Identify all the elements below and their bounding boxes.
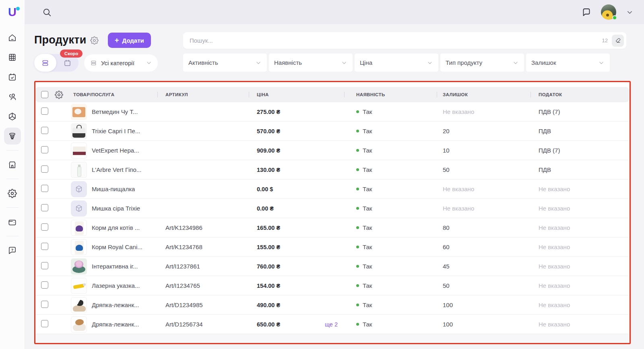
table-row[interactable]: Ветмедин Чу Т... 275.00 ₴ Так Не вказано… xyxy=(35,102,629,122)
product-price: 650.00 ₴ xyxy=(257,321,280,328)
more-prices-link[interactable]: ще 2 xyxy=(325,321,338,328)
sidebar-item-settings[interactable] xyxy=(4,185,21,202)
filter-availability[interactable]: Наявність xyxy=(269,54,353,72)
table-row[interactable]: Лазерна указка... Art/I1234765 154.00 ₴ … xyxy=(35,276,629,295)
user-menu-chevron[interactable] xyxy=(626,8,634,16)
page-title: Продукти xyxy=(34,34,86,46)
table-row[interactable]: L'Arbre Vert Гіпо... 130.00 ₴ Так 50 ПДВ xyxy=(35,160,629,180)
table-row[interactable]: Trixie Capri I Пе... 570.00 ₴ Так 20 ПДВ xyxy=(35,122,629,141)
users-icon xyxy=(8,92,17,101)
product-name[interactable]: Мишка сіра Trixie xyxy=(92,205,140,212)
product-name[interactable]: Ветмедин Чу Т... xyxy=(92,108,138,115)
table-row[interactable]: Інтерактивна іг... Art/I1237861 760.00 ₴… xyxy=(35,257,629,276)
row-checkbox[interactable] xyxy=(41,223,48,231)
product-name[interactable]: Trixie Capri I Пе... xyxy=(92,128,140,134)
table-row[interactable]: VetExpert Hepa... 909.00 ₴ Так 10 ПДВ (7… xyxy=(35,141,629,160)
sidebar-item-clients[interactable] xyxy=(4,88,21,105)
row-checkbox[interactable] xyxy=(41,204,48,211)
row-checkbox[interactable] xyxy=(41,127,48,134)
table-header: ТОВАР/ПОСЛУГА АРТИКУЛ ЦІНА НАЯВНІСТЬ ЗАЛ… xyxy=(35,87,629,102)
product-name[interactable]: Корм для котів ... xyxy=(92,224,140,231)
product-thumbnail xyxy=(71,123,87,139)
row-checkbox[interactable] xyxy=(41,281,48,289)
availability-label: Так xyxy=(363,263,372,270)
chevron-down-icon xyxy=(255,60,262,66)
sidebar-item-calendar[interactable] xyxy=(4,68,21,85)
product-stock: 45 xyxy=(437,263,530,270)
availability-dot xyxy=(356,323,359,326)
avatar[interactable] xyxy=(601,4,616,20)
product-name[interactable]: Дряпка-лежанк... xyxy=(92,321,139,328)
product-stock: Не вказано xyxy=(437,108,530,115)
product-sku: Art/D1234985 xyxy=(157,302,249,308)
product-thumbnail xyxy=(71,104,87,120)
row-checkbox[interactable] xyxy=(41,185,48,192)
product-tax: Не вказано xyxy=(530,224,629,231)
sidebar-item-products[interactable] xyxy=(4,128,21,145)
category-list-icon xyxy=(90,60,97,66)
row-checkbox[interactable] xyxy=(41,320,48,327)
product-thumbnail xyxy=(71,162,87,178)
list-view-button[interactable] xyxy=(34,54,56,72)
availability-dot xyxy=(356,226,359,229)
product-name[interactable]: VetExpert Hepa... xyxy=(92,147,139,154)
product-name[interactable]: Корм Royal Cani... xyxy=(92,244,142,250)
sidebar: U ? xyxy=(0,0,25,349)
filter-activity[interactable]: Активність xyxy=(183,54,267,72)
search-input[interactable] xyxy=(190,37,602,44)
column-tax: ПОДАТОК xyxy=(530,87,629,102)
sidebar-item-home[interactable] xyxy=(4,29,21,46)
filter-stock[interactable]: Залишок xyxy=(526,54,610,72)
table-row[interactable]: Дряпка-лежанк... Art/D1234985 490.00 ₴ Т… xyxy=(35,295,629,315)
filter-product-type[interactable]: Тип продукту xyxy=(440,54,524,72)
sidebar-divider xyxy=(6,150,19,151)
table-row[interactable]: Мишка сіра Trixie 0.00 ₴ Так Не вказано … xyxy=(35,199,629,218)
sidebar-item-wallet[interactable] xyxy=(4,213,21,230)
table-row[interactable]: Корм Royal Cani... Art/K1234768 155.00 ₴… xyxy=(35,237,629,257)
row-checkbox[interactable] xyxy=(41,146,48,153)
chevron-down-icon xyxy=(427,60,433,66)
global-search-button[interactable] xyxy=(42,7,52,17)
row-checkbox[interactable] xyxy=(41,165,48,173)
sidebar-item-services[interactable] xyxy=(4,108,21,125)
product-name[interactable]: Миша-пищалка xyxy=(92,186,135,192)
eraser-icon xyxy=(615,37,621,44)
sidebar-item-company[interactable] xyxy=(4,49,21,66)
sidebar-item-store[interactable] xyxy=(4,156,21,173)
product-name[interactable]: Дряпка-лежанк... xyxy=(92,302,139,308)
product-sku: Art/D1256734 xyxy=(157,321,249,328)
product-name[interactable]: Інтерактивна іг... xyxy=(92,263,138,270)
product-thumbnail xyxy=(71,142,87,159)
table-row[interactable]: Миша-пищалка 0.00 $ Так Не вказано Не вк… xyxy=(35,180,629,199)
product-name[interactable]: Лазерна указка... xyxy=(92,282,140,289)
table-settings-button[interactable] xyxy=(55,91,63,99)
table-row[interactable]: Дряпка-лежанк... Art/D1256734 650.00 ₴ щ… xyxy=(35,315,629,334)
row-checkbox[interactable] xyxy=(41,301,48,308)
product-price: 909.00 ₴ xyxy=(257,147,280,154)
clear-search-button[interactable] xyxy=(612,35,624,47)
availability-dot xyxy=(356,284,359,287)
coming-soon-badge: Скоро xyxy=(60,50,83,58)
row-checkbox[interactable] xyxy=(41,107,48,115)
category-select[interactable]: Усі категорії xyxy=(84,54,158,72)
plus-icon: + xyxy=(115,37,119,44)
view-mode-toggle: Скоро xyxy=(34,54,78,72)
sidebar-item-help[interactable]: ? xyxy=(4,242,21,259)
app-logo[interactable]: U xyxy=(0,0,25,24)
availability-label: Так xyxy=(363,244,372,250)
page-settings-button[interactable] xyxy=(90,36,99,45)
add-product-button[interactable]: + Додати xyxy=(108,33,151,48)
gear-icon xyxy=(55,91,63,99)
product-tax: Не вказано xyxy=(530,282,629,289)
filter-price[interactable]: Ціна xyxy=(355,54,438,72)
table-row[interactable]: Корм для котів ... Art/K1234986 165.00 ₴… xyxy=(35,218,629,237)
cube-placeholder-icon xyxy=(74,204,83,213)
select-all-checkbox[interactable] xyxy=(41,91,48,98)
row-checkbox[interactable] xyxy=(41,262,48,269)
home-icon xyxy=(8,33,17,42)
product-name[interactable]: L'Arbre Vert Гіпо... xyxy=(92,166,141,173)
product-thumbnail xyxy=(71,200,87,217)
category-select-label: Усі категорії xyxy=(101,60,142,66)
row-checkbox[interactable] xyxy=(41,243,48,250)
chat-button[interactable] xyxy=(582,7,591,17)
